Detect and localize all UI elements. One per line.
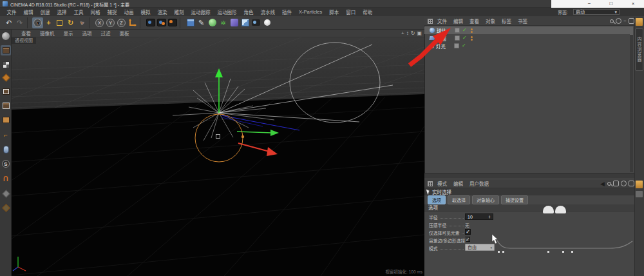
menu-edit[interactable]: 编辑 xyxy=(20,8,37,15)
texture-mode-button[interactable] xyxy=(1,59,11,70)
viewport-solo-button[interactable] xyxy=(1,144,11,155)
interface-dropdown[interactable]: 启动 ▾ xyxy=(573,9,620,15)
menu-pipeline[interactable]: 流水线 xyxy=(257,8,279,15)
tab-object-axis[interactable]: 对象轴心 xyxy=(472,195,499,204)
panel-grid-icon[interactable] xyxy=(428,19,433,24)
falloff-preset-dome-icon[interactable] xyxy=(543,206,554,213)
dock-tab-icon[interactable] xyxy=(636,191,643,197)
panel-grid-icon[interactable] xyxy=(428,181,433,186)
tab-options[interactable]: 选项 xyxy=(428,195,446,204)
am-menu-userdata[interactable]: 用户数据 xyxy=(466,180,492,187)
menu-character[interactable]: 角色 xyxy=(240,8,257,15)
content-browser-vertical-tab[interactable]: 内容浏览器 xyxy=(635,28,643,71)
object-name[interactable]: 灯光 xyxy=(436,43,450,50)
am-menu-edit[interactable]: 编辑 xyxy=(450,180,466,187)
am-menu-mode[interactable]: 模式 xyxy=(434,180,450,187)
viewport-menu-cameras[interactable]: 摄像机 xyxy=(35,30,59,37)
light-button[interactable] xyxy=(261,17,272,28)
edges-mode-button[interactable] xyxy=(1,101,11,111)
locked-workplane-button[interactable] xyxy=(1,202,11,213)
maximize-button[interactable]: □ xyxy=(600,0,622,8)
visibility-dots[interactable] xyxy=(471,36,473,41)
object-name[interactable]: 平面 xyxy=(437,35,451,42)
falloff-curve-editor[interactable] xyxy=(496,238,635,255)
mode-dropdown[interactable]: 自由 ▾ xyxy=(465,244,495,251)
visible-only-checkbox[interactable]: ✓ xyxy=(465,229,471,235)
search-icon[interactable] xyxy=(610,19,614,23)
menu-help[interactable]: 帮助 xyxy=(359,8,376,15)
menu-xparticles[interactable]: X-Particles xyxy=(296,9,326,15)
viewport-menu-options[interactable]: 选项 xyxy=(78,30,97,37)
lock-icon[interactable] xyxy=(613,181,619,186)
phong-tag-icon[interactable] xyxy=(455,28,460,33)
falloff-preset-dome-icon[interactable] xyxy=(555,206,566,213)
om-scrollbar[interactable] xyxy=(630,26,633,172)
viewport-menu-view[interactable]: 查看 xyxy=(17,30,35,37)
om-menu-bookmarks[interactable]: 书签 xyxy=(515,17,531,25)
history-back-icon[interactable]: ◀ xyxy=(600,181,605,187)
orbit-icon[interactable]: ↻ xyxy=(411,31,415,36)
om-scrollbar-thumb[interactable] xyxy=(630,26,633,35)
options-section-header[interactable]: 选项 xyxy=(424,204,634,212)
visibility-dots[interactable] xyxy=(471,28,473,33)
deformer-button[interactable] xyxy=(229,17,240,28)
curve-control-points[interactable] xyxy=(498,251,573,253)
menu-select[interactable]: 选择 xyxy=(53,8,70,15)
menu-mesh[interactable]: 网格 xyxy=(87,8,104,15)
panel-splitter[interactable] xyxy=(424,173,634,179)
lock-x-axis-button[interactable]: X xyxy=(94,17,105,28)
tab-snap-settings[interactable]: 捕捉设置 xyxy=(501,195,528,204)
render-picture-viewer-button[interactable] xyxy=(156,17,167,28)
viewport-view-label[interactable]: 透视视图 xyxy=(12,37,36,44)
environment-button[interactable] xyxy=(240,17,251,28)
snap-toggle-button[interactable]: S xyxy=(1,159,11,169)
floor-plane[interactable] xyxy=(12,94,424,276)
live-selection-tool-button[interactable]: ▲ xyxy=(32,17,43,28)
menu-plugins[interactable]: 插件 xyxy=(279,8,296,15)
array-generator-button[interactable]: ✲ xyxy=(218,17,229,28)
menu-create[interactable]: 创建 xyxy=(37,8,53,15)
enabled-check-icon[interactable]: ✓ xyxy=(462,28,467,33)
move-tool-button[interactable]: + xyxy=(43,17,54,28)
scale-tool-button[interactable] xyxy=(54,17,65,28)
undo-button[interactable]: ↶ xyxy=(3,17,14,28)
rotate-tool-button[interactable]: ↻ xyxy=(65,17,76,28)
new-panel-icon[interactable] xyxy=(629,181,634,186)
menu-file[interactable]: 文件 xyxy=(3,8,20,15)
pan-icon[interactable]: + xyxy=(401,31,404,36)
search-icon[interactable] xyxy=(607,182,611,186)
coordinate-system-button[interactable] xyxy=(127,17,138,28)
pressure-radius-value[interactable]: 无 xyxy=(465,222,469,228)
menu-sculpt[interactable]: 雕刻 xyxy=(171,8,187,15)
dolly-icon[interactable]: ↕ xyxy=(406,31,409,36)
axis-mode-button[interactable]: ⌐ xyxy=(1,130,11,141)
enabled-check-icon[interactable]: ✓ xyxy=(462,35,467,41)
phong-tag-icon[interactable] xyxy=(455,35,460,41)
object-row-light[interactable]: 灯光 ✓ xyxy=(424,42,630,50)
menu-tools[interactable]: 工具 xyxy=(70,8,87,15)
redo-button[interactable]: ↷ xyxy=(14,17,25,28)
workplane-mode-button[interactable] xyxy=(1,72,11,83)
last-tool-button[interactable]: ▲ xyxy=(76,17,87,28)
points-mode-button[interactable] xyxy=(1,86,11,97)
menu-render[interactable]: 渲染 xyxy=(154,8,171,15)
viewport-canvas[interactable] xyxy=(12,30,424,276)
filter-icon[interactable] xyxy=(616,18,621,24)
stepper-icon[interactable]: ▲▼ xyxy=(488,215,491,219)
workplane-snap-button[interactable] xyxy=(1,188,11,199)
object-row-sphere[interactable]: 球体 ✓ xyxy=(424,26,630,34)
model-mode-button[interactable] xyxy=(1,45,11,55)
menu-motion-tracker[interactable]: 运动跟踪 xyxy=(187,8,214,15)
spline-pen-button[interactable]: ✎ xyxy=(196,17,207,28)
menu-mograph[interactable]: 运动图形 xyxy=(214,8,240,15)
dock-tab-icon[interactable] xyxy=(636,181,643,188)
layout-icon[interactable] xyxy=(629,18,634,24)
radius-input[interactable]: 10 ▲▼ xyxy=(465,213,493,220)
viewport-menu-display[interactable]: 显示 xyxy=(59,30,78,37)
add-cube-button[interactable] xyxy=(185,17,196,28)
magnet-snap-button[interactable]: U xyxy=(1,173,11,183)
render-settings-button[interactable] xyxy=(167,17,178,28)
object-name[interactable]: 球体 xyxy=(437,27,451,34)
target-icon[interactable] xyxy=(621,181,627,186)
minimize-button[interactable]: − xyxy=(578,0,600,8)
